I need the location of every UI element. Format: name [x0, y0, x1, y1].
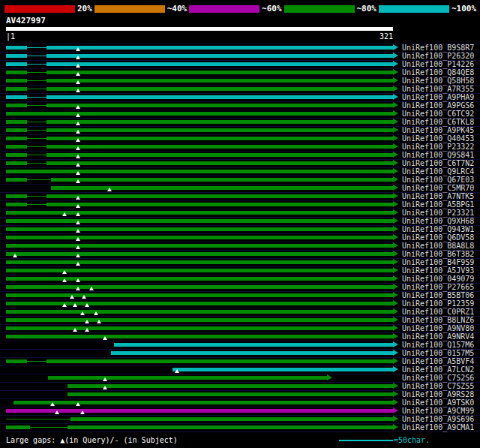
alignment-arrow-icon — [393, 292, 398, 298]
subject-label[interactable]: UniRef100_0157M5 — [402, 350, 474, 357]
gap-marker-icon — [76, 113, 80, 117]
alignment-segment — [6, 359, 27, 363]
alignment-segment — [6, 219, 393, 223]
alignment-segment — [46, 161, 393, 165]
subject-label[interactable]: UniRef100_Q943W1 — [402, 226, 474, 233]
subject-label[interactable]: UniRef100_P23322 — [402, 143, 474, 151]
subject-label[interactable]: UniRef100_P23321 — [402, 209, 474, 217]
subject-label[interactable]: UniRef100_A5JV93 — [402, 267, 474, 275]
alignment-arrow-icon — [393, 127, 398, 133]
subject-label[interactable]: UniRef100_B5BT06 — [402, 292, 474, 299]
identity-scale: 20%~40%~60%~80%~100% — [4, 4, 478, 14]
subject-label[interactable]: UniRef100_Q9LRC4 — [402, 168, 474, 176]
subject-label[interactable]: UniRef100_A7LCN2 — [402, 366, 474, 374]
ruler-legend-label: =50char. — [394, 436, 430, 444]
subject-label[interactable]: UniRef100_A7R355 — [402, 86, 474, 93]
subject-label[interactable]: UniRef100_Q6DV58 — [402, 234, 474, 242]
subject-label[interactable]: UniRef100_A9PHA9 — [402, 94, 474, 101]
subject-label[interactable]: UniRef100_Q84QE8 — [402, 69, 474, 77]
subject-label[interactable]: UniRef100_A9RS28 — [402, 391, 474, 398]
subject-label[interactable]: UniRef100_C5MR70 — [402, 185, 474, 192]
alignment-segment — [46, 46, 393, 50]
subject-label[interactable]: UniRef100_Q40453 — [402, 135, 474, 143]
gap-marker-icon — [76, 163, 80, 167]
alignment-segment — [6, 178, 27, 182]
subject-label[interactable]: UniRef100_C6T7N2 — [402, 160, 474, 167]
subject-label[interactable]: UniRef100_C6TKL8 — [402, 119, 474, 126]
subject-label[interactable]: UniRef100_A7NTK5 — [402, 193, 474, 200]
alignment-segment — [6, 236, 393, 239]
gap-marker-icon — [97, 320, 101, 323]
subject-label[interactable]: UniRef100_Q58H58 — [402, 77, 474, 85]
subject-label[interactable]: UniRef100_B9S8R7 — [402, 44, 474, 52]
subject-label[interactable]: UniRef100_A9S696 — [402, 416, 474, 423]
gap-marker-icon — [76, 212, 80, 216]
subject-label[interactable]: UniRef100_C7SZS5 — [402, 383, 474, 390]
subject-label[interactable]: UniRef100_C0PRZ1 — [402, 308, 474, 316]
alignment-segment — [68, 392, 393, 396]
alignment-arrow-icon — [393, 143, 398, 149]
gap-marker-icon — [76, 229, 80, 233]
gap-marker-icon — [76, 122, 80, 125]
subject-label[interactable]: UniRef100_Q157M6 — [402, 341, 474, 349]
subject-label[interactable]: UniRef100_P27665 — [402, 284, 474, 291]
subject-label[interactable]: UniRef100_B8LNZ6 — [402, 317, 474, 324]
alignment-segment — [27, 155, 46, 155]
subject-label[interactable]: UniRef100_Q9XH68 — [402, 218, 474, 225]
subject-label[interactable]: UniRef100_A9PGS6 — [402, 102, 474, 110]
alignment-segment — [6, 46, 27, 50]
gap-marker-icon — [107, 188, 112, 191]
alignment-arrow-icon — [393, 176, 398, 182]
alignment-segment — [6, 252, 393, 256]
alignment-segment — [111, 351, 393, 355]
subject-label[interactable]: UniRef100_A9CM99 — [402, 407, 474, 415]
subject-label[interactable]: UniRef100_B8A8L8 — [402, 242, 474, 250]
alignment-segment — [46, 87, 393, 91]
subject-label[interactable]: UniRef100_A9NV80 — [402, 325, 474, 332]
subject-label[interactable]: UniRef100_A9CMA1 — [402, 424, 474, 431]
query-id: AV427997 — [6, 16, 46, 26]
subject-label[interactable]: UniRef100_A9PK45 — [402, 127, 474, 134]
gap-marker-icon — [85, 328, 89, 332]
alignment-segment — [27, 97, 46, 98]
alignment-arrow-icon — [393, 407, 398, 413]
subject-label[interactable]: UniRef100_C7S2S6 — [402, 374, 474, 382]
alignment-arrow-icon — [393, 185, 398, 191]
alignment-arrow-icon — [393, 69, 398, 75]
alignment-segment — [46, 54, 393, 58]
gap-marker-icon — [76, 171, 80, 175]
subject-label[interactable]: UniRef100_049079 — [402, 275, 474, 283]
alignment-rows: UniRef100_B9S8R7UniRef100_P26320UniRef10… — [0, 44, 480, 432]
alignment-segment — [6, 120, 27, 124]
subject-label[interactable]: UniRef100_Q67E03 — [402, 176, 474, 184]
alignment-segment — [27, 130, 46, 131]
subject-label[interactable]: UniRef100_B6T3B2 — [402, 251, 474, 258]
subject-label[interactable]: UniRef100_P26320 — [402, 53, 474, 60]
gap-marker-icon — [80, 410, 85, 414]
gap-marker-icon — [85, 320, 89, 323]
alignment-arrow-icon — [393, 44, 398, 50]
gaps-legend: Large gaps: ▲(in Query)/- (in Subject) — [6, 436, 178, 444]
gap-marker-icon — [76, 196, 80, 200]
subject-label[interactable]: UniRef100_P14226 — [402, 61, 474, 68]
alignment-arrow-icon — [393, 218, 398, 224]
subject-label[interactable]: UniRef100_P12359 — [402, 300, 474, 308]
alignment-segment — [6, 260, 393, 264]
alignment-segment — [6, 293, 393, 297]
alignment-arrow-icon — [393, 193, 398, 199]
subject-label[interactable]: UniRef100_A9NRV4 — [402, 333, 474, 341]
alignment-segment — [172, 368, 393, 371]
subject-label[interactable]: UniRef100_A5BPG1 — [402, 201, 474, 209]
subject-label[interactable]: UniRef100_A5BVF4 — [402, 358, 474, 365]
subject-label[interactable]: UniRef100_C6TC92 — [402, 110, 474, 118]
alignment-segment — [6, 326, 393, 330]
alignment-segment — [6, 285, 393, 289]
subject-label[interactable]: UniRef100_Q9S841 — [402, 152, 474, 159]
gap-marker-icon — [73, 303, 77, 307]
scale-label: ~40% — [165, 4, 190, 14]
alignment-segment — [27, 89, 46, 89]
alignment-arrow-icon — [393, 259, 398, 265]
scale-segment-cyan — [379, 5, 449, 13]
subject-label[interactable]: UniRef100_B4F9S9 — [402, 259, 474, 266]
subject-label[interactable]: UniRef100_A9TSK0 — [402, 399, 474, 407]
